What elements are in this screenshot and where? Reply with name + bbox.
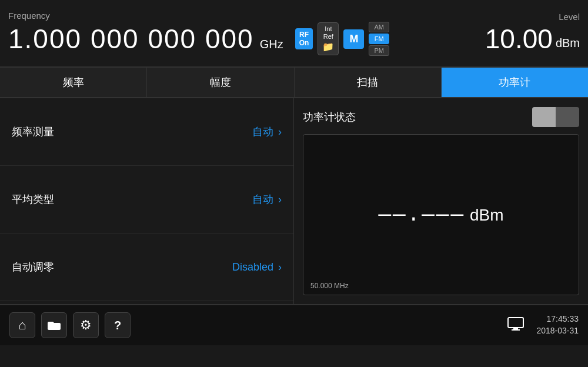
- power-status-row: 功率计状态: [303, 107, 579, 127]
- rf-on-button[interactable]: RFOn: [295, 28, 313, 50]
- settings-button[interactable]: ⚙: [73, 312, 99, 338]
- level-unit: dBm: [556, 36, 580, 50]
- svg-rect-0: [508, 318, 523, 328]
- power-unit: dBm: [470, 206, 504, 225]
- power-frequency: 50.000 MHz: [310, 282, 349, 290]
- level-value: 10.00: [485, 23, 553, 55]
- avg-type-value[interactable]: 自动 ›: [252, 192, 282, 206]
- avg-type-chevron: ›: [278, 193, 282, 206]
- freq-measurement-label: 频率测量: [12, 125, 54, 139]
- am-button[interactable]: AM: [369, 22, 389, 32]
- int-ref-button[interactable]: IntRef📁: [318, 22, 339, 55]
- home-button[interactable]: ⌂: [9, 312, 35, 338]
- auto-zero-value[interactable]: Disabled ›: [232, 261, 282, 273]
- power-reading: ——.———: [378, 203, 465, 227]
- m-button[interactable]: M: [343, 29, 364, 49]
- fm-button[interactable]: FM: [369, 34, 389, 44]
- footer-date: 2018-03-31: [536, 325, 579, 337]
- folder-button[interactable]: [41, 312, 67, 338]
- tabs-bar: 频率 幅度 扫描 功率计: [0, 68, 588, 98]
- frequency-value: 1.000 000 000 000: [8, 23, 254, 55]
- help-button[interactable]: ?: [105, 312, 131, 338]
- level-section: Level 10.00 dBm: [485, 12, 580, 55]
- footer: ⌂ ⚙ ? 17:45:33 2018-03-31: [0, 304, 588, 345]
- avg-type-label: 平均类型: [12, 192, 54, 206]
- tab-frequency[interactable]: 频率: [0, 68, 147, 97]
- pm-button[interactable]: PM: [369, 45, 389, 56]
- power-display: ——.——— dBm 50.000 MHz: [303, 134, 579, 295]
- tab-amplitude[interactable]: 幅度: [147, 68, 294, 97]
- power-toggle-switch[interactable]: [532, 107, 579, 127]
- frequency-row: 1.000 000 000 000 GHz RFOn IntRef📁 M AM …: [8, 22, 485, 56]
- toggle-off: [532, 107, 556, 127]
- header: Frequency 1.000 000 000 000 GHz RFOn Int…: [0, 0, 588, 68]
- freq-measurement-value[interactable]: 自动 ›: [252, 125, 282, 139]
- footer-right: 17:45:33 2018-03-31: [507, 313, 579, 336]
- toggle-on: [556, 107, 579, 127]
- modulation-group: AM FM PM: [369, 22, 389, 56]
- tab-scan[interactable]: 扫描: [295, 68, 442, 97]
- main-content: 频率测量 自动 › 平均类型 自动 › 自动调零 Disabled › 功率计状…: [0, 98, 588, 304]
- level-row: 10.00 dBm: [485, 23, 580, 55]
- svg-rect-2: [512, 329, 520, 331]
- svg-rect-1: [513, 328, 518, 329]
- footer-datetime: 17:45:33 2018-03-31: [536, 313, 579, 336]
- right-panel: 功率计状态 ——.——— dBm 50.000 MHz: [294, 98, 588, 304]
- controls-group: RFOn IntRef📁 M AM FM PM: [295, 22, 389, 56]
- frequency-unit: GHz: [260, 38, 283, 51]
- frequency-label: Frequency: [8, 11, 485, 21]
- power-reading-row: ——.——— dBm: [378, 203, 503, 227]
- auto-zero-row: 自动调零 Disabled ›: [0, 233, 293, 301]
- tab-power[interactable]: 功率计: [442, 68, 588, 97]
- monitor-icon: [507, 316, 524, 331]
- auto-zero-chevron: ›: [278, 261, 282, 273]
- frequency-section: Frequency 1.000 000 000 000 GHz RFOn Int…: [8, 11, 485, 56]
- device-icon[interactable]: [507, 316, 524, 334]
- freq-measurement-chevron: ›: [278, 126, 282, 138]
- avg-type-row: 平均类型 自动 ›: [0, 166, 293, 233]
- footer-time: 17:45:33: [536, 313, 579, 325]
- folder-icon: [48, 319, 61, 331]
- power-status-label: 功率计状态: [303, 110, 356, 124]
- auto-zero-label: 自动调零: [12, 260, 54, 274]
- level-label: Level: [559, 12, 580, 22]
- footer-icons: ⌂ ⚙ ?: [9, 312, 131, 338]
- left-panel: 频率测量 自动 › 平均类型 自动 › 自动调零 Disabled ›: [0, 98, 294, 304]
- freq-measurement-row: 频率测量 自动 ›: [0, 98, 293, 166]
